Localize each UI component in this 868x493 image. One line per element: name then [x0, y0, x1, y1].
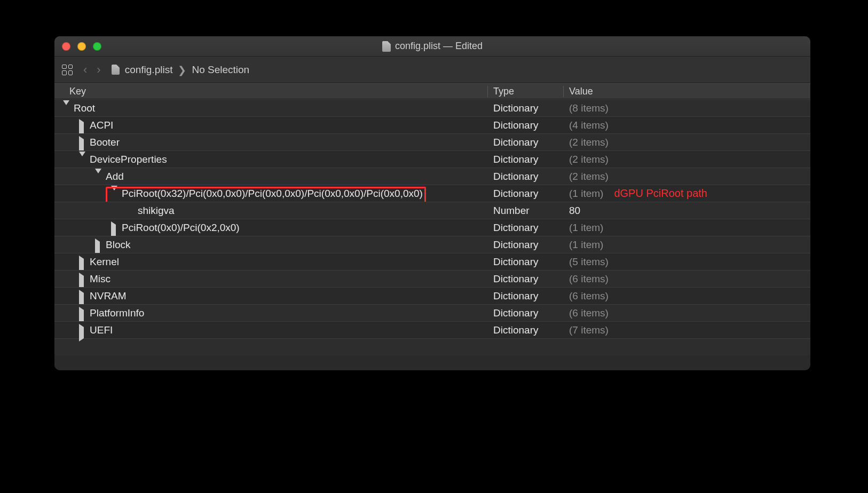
- empty-row: [54, 338, 810, 355]
- row-type[interactable]: Dictionary: [488, 137, 564, 148]
- columns-header: Key Type Value: [54, 83, 810, 99]
- disclosure-triangle-down-icon[interactable]: [79, 156, 85, 163]
- row-value-text: (2 items): [569, 154, 609, 165]
- row-key[interactable]: Block: [106, 239, 130, 251]
- table-row[interactable]: NVRAMDictionary(6 items): [54, 287, 810, 304]
- table-row[interactable]: DevicePropertiesDictionary(2 items): [54, 150, 810, 168]
- disclosure-triangle-right-icon[interactable]: [79, 310, 85, 316]
- document-icon: [382, 41, 391, 52]
- column-header-type[interactable]: Type: [488, 86, 564, 97]
- disclosure-triangle-right-icon[interactable]: [111, 225, 117, 231]
- disclosure-triangle-right-icon[interactable]: [95, 242, 101, 248]
- row-key[interactable]: UEFI: [90, 324, 113, 336]
- row-key[interactable]: ACPI: [90, 120, 113, 131]
- row-type[interactable]: Dictionary: [488, 239, 564, 251]
- zoom-button[interactable]: [93, 42, 101, 51]
- breadcrumb-file[interactable]: config.plist: [125, 64, 173, 76]
- row-value[interactable]: (6 items): [564, 290, 810, 302]
- row-value-text: (8 items): [569, 102, 609, 114]
- disclosure-triangle-right-icon[interactable]: [79, 122, 85, 129]
- document-icon: [112, 65, 120, 75]
- row-key[interactable]: Booter: [90, 137, 120, 148]
- sidebar-toggle-icon[interactable]: [62, 65, 73, 75]
- row-key[interactable]: Misc: [90, 273, 111, 285]
- row-type[interactable]: Number: [488, 205, 564, 217]
- disclosure-triangle-right-icon[interactable]: [79, 276, 85, 282]
- row-value[interactable]: (6 items): [564, 307, 810, 319]
- window-title: config.plist — Edited: [54, 41, 810, 52]
- row-value-text: (1 item): [569, 239, 603, 251]
- row-value[interactable]: (2 items): [564, 154, 810, 165]
- row-value[interactable]: (1 item): [564, 239, 810, 251]
- row-value[interactable]: (2 items): [564, 137, 810, 148]
- disclosure-triangle-down-icon[interactable]: [111, 190, 117, 197]
- row-value-text: (6 items): [569, 307, 609, 319]
- row-type[interactable]: Dictionary: [488, 171, 564, 182]
- disclosure-triangle-right-icon[interactable]: [79, 327, 85, 333]
- row-value[interactable]: (1 item)dGPU PciRoot path: [564, 187, 810, 200]
- titlebar: config.plist — Edited: [54, 36, 810, 57]
- row-key[interactable]: Add: [106, 171, 124, 182]
- row-type[interactable]: Dictionary: [488, 307, 564, 319]
- row-value[interactable]: (1 item): [564, 222, 810, 234]
- disclosure-triangle-right-icon[interactable]: [79, 139, 85, 146]
- table-row[interactable]: shikigvaNumber80: [54, 202, 810, 219]
- table-row[interactable]: KernelDictionary(5 items): [54, 253, 810, 270]
- row-value-text: 80: [569, 205, 580, 217]
- row-value[interactable]: 80: [564, 205, 810, 217]
- row-key[interactable]: NVRAM: [90, 290, 127, 302]
- row-type[interactable]: Dictionary: [488, 324, 564, 336]
- row-type[interactable]: Dictionary: [488, 222, 564, 234]
- column-header-key[interactable]: Key: [54, 86, 488, 97]
- row-value[interactable]: (8 items): [564, 102, 810, 114]
- table-row[interactable]: RootDictionary(8 items): [54, 99, 810, 116]
- table-row[interactable]: PlatformInfoDictionary(6 items): [54, 304, 810, 321]
- table-row[interactable]: ACPIDictionary(4 items): [54, 116, 810, 133]
- row-value[interactable]: (2 items): [564, 171, 810, 182]
- table-row[interactable]: MiscDictionary(6 items): [54, 270, 810, 287]
- row-value[interactable]: (4 items): [564, 120, 810, 131]
- table-row[interactable]: UEFIDictionary(7 items): [54, 321, 810, 338]
- table-row[interactable]: PciRoot(0x32)/Pci(0x0,0x0)/Pci(0x0,0x0)/…: [54, 185, 810, 202]
- minimize-button[interactable]: [77, 42, 86, 51]
- row-type[interactable]: Dictionary: [488, 102, 564, 114]
- row-value-text: (5 items): [569, 256, 609, 268]
- row-key[interactable]: Root: [74, 102, 95, 114]
- toolbar: ‹ › config.plist ❯ No Selection: [54, 57, 810, 83]
- table-row[interactable]: BlockDictionary(1 item): [54, 236, 810, 253]
- row-key[interactable]: DeviceProperties: [90, 154, 167, 165]
- row-key[interactable]: PciRoot(0x0)/Pci(0x2,0x0): [122, 222, 240, 234]
- row-type[interactable]: Dictionary: [488, 273, 564, 285]
- row-value[interactable]: (5 items): [564, 256, 810, 268]
- nav-back-button[interactable]: ‹: [81, 64, 89, 76]
- row-key[interactable]: PlatformInfo: [90, 307, 144, 319]
- table-row[interactable]: BooterDictionary(2 items): [54, 133, 810, 150]
- disclosure-triangle-down-icon[interactable]: [63, 105, 69, 112]
- annotation-label: dGPU PciRoot path: [614, 187, 707, 200]
- row-type[interactable]: Dictionary: [488, 290, 564, 302]
- table-row[interactable]: PciRoot(0x0)/Pci(0x2,0x0)Dictionary(1 it…: [54, 219, 810, 236]
- breadcrumb-selection: No Selection: [192, 64, 249, 76]
- row-type[interactable]: Dictionary: [488, 120, 564, 131]
- row-value[interactable]: (7 items): [564, 324, 810, 336]
- row-value-text: (1 item): [569, 222, 603, 234]
- column-header-value[interactable]: Value: [564, 86, 810, 97]
- row-value-text: (4 items): [569, 120, 609, 131]
- row-key[interactable]: Kernel: [90, 256, 119, 268]
- disclosure-triangle-right-icon[interactable]: [79, 259, 85, 265]
- row-value[interactable]: (6 items): [564, 273, 810, 285]
- disclosure-triangle-down-icon[interactable]: [95, 173, 101, 180]
- disclosure-spacer: [127, 208, 133, 214]
- row-key[interactable]: PciRoot(0x32)/Pci(0x0,0x0)/Pci(0x0,0x0)/…: [122, 188, 423, 200]
- row-value-text: (6 items): [569, 273, 609, 285]
- close-button[interactable]: [62, 42, 70, 51]
- window-title-text: config.plist — Edited: [395, 41, 483, 52]
- row-type[interactable]: Dictionary: [488, 188, 564, 200]
- row-type[interactable]: Dictionary: [488, 154, 564, 165]
- traffic-lights: [62, 42, 101, 51]
- table-row[interactable]: AddDictionary(2 items): [54, 168, 810, 185]
- row-key[interactable]: shikigva: [138, 205, 175, 217]
- disclosure-triangle-right-icon[interactable]: [79, 293, 85, 299]
- row-type[interactable]: Dictionary: [488, 256, 564, 268]
- nav-forward-button[interactable]: ›: [94, 64, 102, 76]
